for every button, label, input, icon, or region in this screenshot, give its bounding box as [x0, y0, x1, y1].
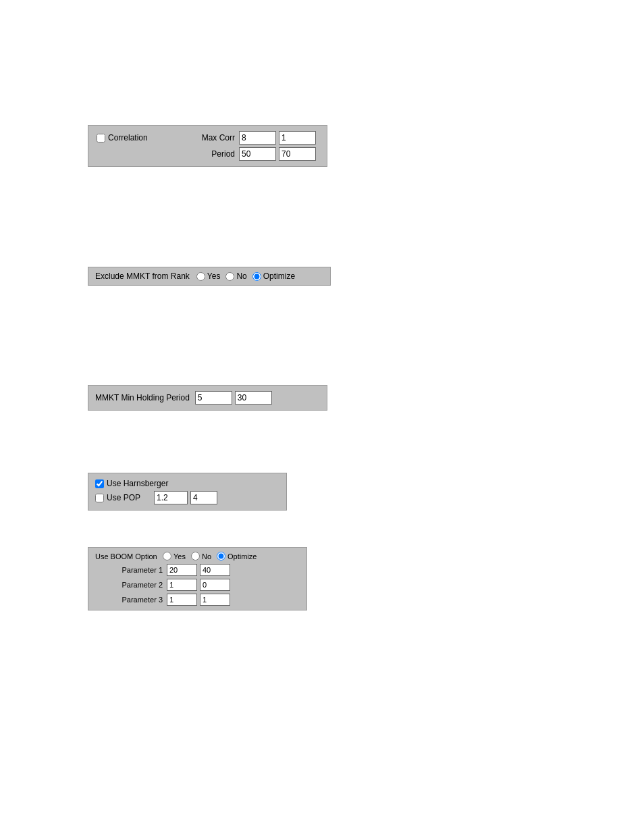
period-input1[interactable]	[239, 147, 276, 161]
mmkt-rank-label: Exclude MMKT from Rank	[95, 271, 190, 281]
max-corr-input2[interactable]	[279, 131, 316, 145]
boom-no-label: No	[202, 552, 211, 561]
boom-param3-input1[interactable]	[167, 594, 197, 606]
mmkt-holding-input2[interactable]	[235, 391, 272, 405]
correlation-checkbox[interactable]	[97, 134, 105, 142]
boom-param1-input1[interactable]	[167, 564, 197, 576]
mmkt-rank-optimize-option[interactable]: Optimize	[252, 271, 295, 281]
mmkt-rank-yes-option[interactable]: Yes	[196, 271, 221, 281]
mmkt-rank-no-option[interactable]: No	[225, 271, 246, 281]
boom-param3-label: Parameter 3	[95, 596, 163, 604]
period-input2[interactable]	[279, 147, 316, 161]
boom-optimize-option[interactable]: Optimize	[217, 552, 257, 561]
correlation-panel: Correlation Max Corr Period	[88, 125, 327, 167]
harnsberger-label: Use Harnsberger	[107, 479, 168, 488]
boom-no-radio[interactable]	[191, 552, 200, 561]
pop-label: Use POP	[107, 493, 154, 502]
boom-param1-label: Parameter 1	[95, 566, 163, 574]
boom-optimize-label: Optimize	[227, 552, 257, 561]
boom-panel: Use BOOM Option Yes No Optimize Paramete…	[88, 547, 307, 610]
boom-param3-input2[interactable]	[200, 594, 230, 606]
boom-optimize-radio[interactable]	[217, 552, 225, 561]
mmkt-rank-optimize-radio[interactable]	[252, 272, 261, 281]
harnsberger-checkbox[interactable]	[95, 479, 104, 488]
mmkt-rank-panel: Exclude MMKT from Rank Yes No Optimize	[88, 267, 331, 286]
boom-param1-input2[interactable]	[200, 564, 230, 576]
max-corr-label: Max Corr	[184, 133, 235, 142]
boom-label: Use BOOM Option	[95, 552, 163, 561]
boom-yes-radio[interactable]	[163, 552, 171, 561]
boom-param2-input2[interactable]	[200, 579, 230, 591]
mmkt-rank-no-label: No	[236, 271, 246, 281]
pop-input2[interactable]	[190, 491, 217, 504]
mmkt-rank-optimize-label: Optimize	[263, 271, 295, 281]
mmkt-rank-no-radio[interactable]	[225, 272, 234, 281]
boom-param2-input1[interactable]	[167, 579, 197, 591]
pop-input1[interactable]	[154, 491, 188, 504]
mmkt-holding-panel: MMKT Min Holding Period	[88, 385, 327, 411]
correlation-label: Correlation	[108, 133, 148, 142]
boom-param2-label: Parameter 2	[95, 581, 163, 589]
boom-yes-label: Yes	[173, 552, 186, 561]
mmkt-holding-input1[interactable]	[195, 391, 232, 405]
boom-no-option[interactable]: No	[191, 552, 211, 561]
max-corr-input1[interactable]	[239, 131, 276, 145]
pop-checkbox[interactable]	[95, 494, 104, 502]
harnsberger-panel: Use Harnsberger Use POP	[88, 473, 287, 511]
mmkt-rank-yes-radio[interactable]	[196, 272, 205, 281]
period-label: Period	[184, 149, 235, 159]
mmkt-holding-label: MMKT Min Holding Period	[95, 393, 190, 402]
mmkt-rank-yes-label: Yes	[207, 271, 221, 281]
boom-yes-option[interactable]: Yes	[163, 552, 186, 561]
